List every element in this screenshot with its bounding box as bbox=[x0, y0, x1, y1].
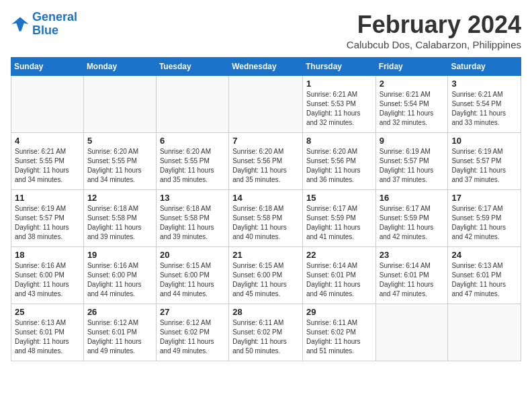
calendar-cell: 16Sunrise: 6:17 AM Sunset: 5:59 PM Dayli… bbox=[375, 190, 448, 247]
calendar-title: February 2024 bbox=[347, 11, 521, 39]
day-info: Sunrise: 6:11 AM Sunset: 6:02 PM Dayligh… bbox=[232, 318, 299, 356]
logo-line2: Blue bbox=[32, 24, 58, 37]
calendar-cell: 8Sunrise: 6:20 AM Sunset: 5:56 PM Daylig… bbox=[302, 133, 375, 190]
calendar-cell bbox=[375, 304, 448, 361]
calendar-cell: 24Sunrise: 6:13 AM Sunset: 6:01 PM Dayli… bbox=[448, 247, 521, 304]
calendar-cell: 6Sunrise: 6:20 AM Sunset: 5:55 PM Daylig… bbox=[156, 133, 228, 190]
day-info: Sunrise: 6:21 AM Sunset: 5:54 PM Dayligh… bbox=[451, 90, 517, 128]
day-number: 23 bbox=[380, 250, 445, 260]
day-number: 5 bbox=[87, 136, 152, 146]
day-info: Sunrise: 6:19 AM Sunset: 5:57 PM Dayligh… bbox=[451, 147, 517, 185]
day-number: 17 bbox=[451, 193, 517, 203]
day-info: Sunrise: 6:20 AM Sunset: 5:56 PM Dayligh… bbox=[232, 147, 299, 185]
day-info: Sunrise: 6:18 AM Sunset: 5:58 PM Dayligh… bbox=[160, 204, 225, 242]
calendar-cell: 23Sunrise: 6:14 AM Sunset: 6:01 PM Dayli… bbox=[375, 247, 448, 304]
calendar-body: 1Sunrise: 6:21 AM Sunset: 5:53 PM Daylig… bbox=[11, 76, 521, 361]
header-friday: Friday bbox=[375, 58, 448, 76]
day-info: Sunrise: 6:13 AM Sunset: 6:01 PM Dayligh… bbox=[15, 318, 80, 356]
calendar-cell: 17Sunrise: 6:17 AM Sunset: 5:59 PM Dayli… bbox=[448, 190, 521, 247]
day-number: 3 bbox=[451, 79, 517, 89]
day-number: 29 bbox=[306, 307, 372, 317]
day-number: 26 bbox=[87, 307, 152, 317]
day-info: Sunrise: 6:13 AM Sunset: 6:01 PM Dayligh… bbox=[451, 261, 517, 299]
day-info: Sunrise: 6:20 AM Sunset: 5:56 PM Dayligh… bbox=[306, 147, 372, 185]
calendar-table: Sunday Monday Tuesday Wednesday Thursday… bbox=[11, 57, 521, 361]
day-number: 22 bbox=[306, 250, 372, 260]
day-number: 9 bbox=[380, 136, 445, 146]
header: General Blue February 2024 Calubcub Dos,… bbox=[11, 11, 521, 50]
day-info: Sunrise: 6:17 AM Sunset: 5:59 PM Dayligh… bbox=[380, 204, 445, 242]
calendar-cell: 7Sunrise: 6:20 AM Sunset: 5:56 PM Daylig… bbox=[229, 133, 303, 190]
calendar-cell: 3Sunrise: 6:21 AM Sunset: 5:54 PM Daylig… bbox=[448, 76, 521, 133]
day-number: 18 bbox=[15, 250, 80, 260]
day-info: Sunrise: 6:18 AM Sunset: 5:58 PM Dayligh… bbox=[87, 204, 152, 242]
day-info: Sunrise: 6:17 AM Sunset: 5:59 PM Dayligh… bbox=[306, 204, 372, 242]
week-row-5: 25Sunrise: 6:13 AM Sunset: 6:01 PM Dayli… bbox=[11, 304, 521, 361]
header-thursday: Thursday bbox=[302, 58, 375, 76]
calendar-cell bbox=[11, 76, 84, 133]
calendar-cell: 11Sunrise: 6:19 AM Sunset: 5:57 PM Dayli… bbox=[11, 190, 84, 247]
day-info: Sunrise: 6:15 AM Sunset: 6:00 PM Dayligh… bbox=[160, 261, 225, 299]
day-number: 20 bbox=[160, 250, 225, 260]
day-info: Sunrise: 6:17 AM Sunset: 5:59 PM Dayligh… bbox=[451, 204, 517, 242]
day-number: 19 bbox=[87, 250, 152, 260]
logo-text: General Blue bbox=[32, 11, 77, 38]
calendar-cell bbox=[156, 76, 228, 133]
week-row-4: 18Sunrise: 6:16 AM Sunset: 6:00 PM Dayli… bbox=[11, 247, 521, 304]
day-info: Sunrise: 6:19 AM Sunset: 5:57 PM Dayligh… bbox=[380, 147, 445, 185]
calendar-cell: 20Sunrise: 6:15 AM Sunset: 6:00 PM Dayli… bbox=[156, 247, 228, 304]
calendar-cell: 1Sunrise: 6:21 AM Sunset: 5:53 PM Daylig… bbox=[302, 76, 375, 133]
day-number: 8 bbox=[306, 136, 372, 146]
calendar-cell: 22Sunrise: 6:14 AM Sunset: 6:01 PM Dayli… bbox=[302, 247, 375, 304]
calendar-cell bbox=[229, 76, 303, 133]
day-info: Sunrise: 6:15 AM Sunset: 6:00 PM Dayligh… bbox=[232, 261, 299, 299]
title-block: February 2024 Calubcub Dos, Calabarzon, … bbox=[347, 11, 521, 50]
day-number: 21 bbox=[232, 250, 299, 260]
day-info: Sunrise: 6:19 AM Sunset: 5:57 PM Dayligh… bbox=[15, 204, 80, 242]
calendar-cell: 25Sunrise: 6:13 AM Sunset: 6:01 PM Dayli… bbox=[11, 304, 84, 361]
calendar-cell: 21Sunrise: 6:15 AM Sunset: 6:00 PM Dayli… bbox=[229, 247, 303, 304]
week-row-3: 11Sunrise: 6:19 AM Sunset: 5:57 PM Dayli… bbox=[11, 190, 521, 247]
calendar-cell: 18Sunrise: 6:16 AM Sunset: 6:00 PM Dayli… bbox=[11, 247, 84, 304]
calendar-cell bbox=[448, 304, 521, 361]
day-info: Sunrise: 6:14 AM Sunset: 6:01 PM Dayligh… bbox=[380, 261, 445, 299]
calendar-cell: 15Sunrise: 6:17 AM Sunset: 5:59 PM Dayli… bbox=[302, 190, 375, 247]
calendar-cell: 13Sunrise: 6:18 AM Sunset: 5:58 PM Dayli… bbox=[156, 190, 228, 247]
day-info: Sunrise: 6:20 AM Sunset: 5:55 PM Dayligh… bbox=[160, 147, 225, 185]
day-info: Sunrise: 6:14 AM Sunset: 6:01 PM Dayligh… bbox=[306, 261, 372, 299]
calendar-cell: 4Sunrise: 6:21 AM Sunset: 5:55 PM Daylig… bbox=[11, 133, 84, 190]
calendar-cell: 10Sunrise: 6:19 AM Sunset: 5:57 PM Dayli… bbox=[448, 133, 521, 190]
calendar-cell: 2Sunrise: 6:21 AM Sunset: 5:54 PM Daylig… bbox=[375, 76, 448, 133]
day-number: 2 bbox=[380, 79, 445, 89]
logo-line1: General bbox=[32, 10, 77, 24]
day-number: 13 bbox=[160, 193, 225, 203]
day-info: Sunrise: 6:12 AM Sunset: 6:02 PM Dayligh… bbox=[160, 318, 225, 356]
day-number: 10 bbox=[451, 136, 517, 146]
day-number: 6 bbox=[160, 136, 225, 146]
calendar-cell: 27Sunrise: 6:12 AM Sunset: 6:02 PM Dayli… bbox=[156, 304, 228, 361]
week-row-1: 1Sunrise: 6:21 AM Sunset: 5:53 PM Daylig… bbox=[11, 76, 521, 133]
day-number: 24 bbox=[451, 250, 517, 260]
calendar-cell: 28Sunrise: 6:11 AM Sunset: 6:02 PM Dayli… bbox=[229, 304, 303, 361]
day-info: Sunrise: 6:20 AM Sunset: 5:55 PM Dayligh… bbox=[87, 147, 152, 185]
calendar-cell: 19Sunrise: 6:16 AM Sunset: 6:00 PM Dayli… bbox=[83, 247, 156, 304]
logo: General Blue bbox=[11, 11, 77, 38]
day-info: Sunrise: 6:21 AM Sunset: 5:54 PM Dayligh… bbox=[380, 90, 445, 128]
day-info: Sunrise: 6:21 AM Sunset: 5:53 PM Dayligh… bbox=[306, 90, 372, 128]
day-number: 27 bbox=[160, 307, 225, 317]
header-monday: Monday bbox=[83, 58, 156, 76]
day-number: 1 bbox=[306, 79, 372, 89]
day-info: Sunrise: 6:12 AM Sunset: 6:01 PM Dayligh… bbox=[87, 318, 152, 356]
day-info: Sunrise: 6:18 AM Sunset: 5:58 PM Dayligh… bbox=[232, 204, 299, 242]
calendar-cell: 26Sunrise: 6:12 AM Sunset: 6:01 PM Dayli… bbox=[83, 304, 156, 361]
day-number: 11 bbox=[15, 193, 80, 203]
day-number: 14 bbox=[232, 193, 299, 203]
header-sunday: Sunday bbox=[11, 58, 84, 76]
calendar-header: Sunday Monday Tuesday Wednesday Thursday… bbox=[11, 58, 521, 76]
logo-icon bbox=[11, 15, 30, 34]
day-info: Sunrise: 6:16 AM Sunset: 6:00 PM Dayligh… bbox=[15, 261, 80, 299]
header-wednesday: Wednesday bbox=[229, 58, 303, 76]
day-number: 25 bbox=[15, 307, 80, 317]
calendar-cell: 5Sunrise: 6:20 AM Sunset: 5:55 PM Daylig… bbox=[83, 133, 156, 190]
day-number: 7 bbox=[232, 136, 299, 146]
